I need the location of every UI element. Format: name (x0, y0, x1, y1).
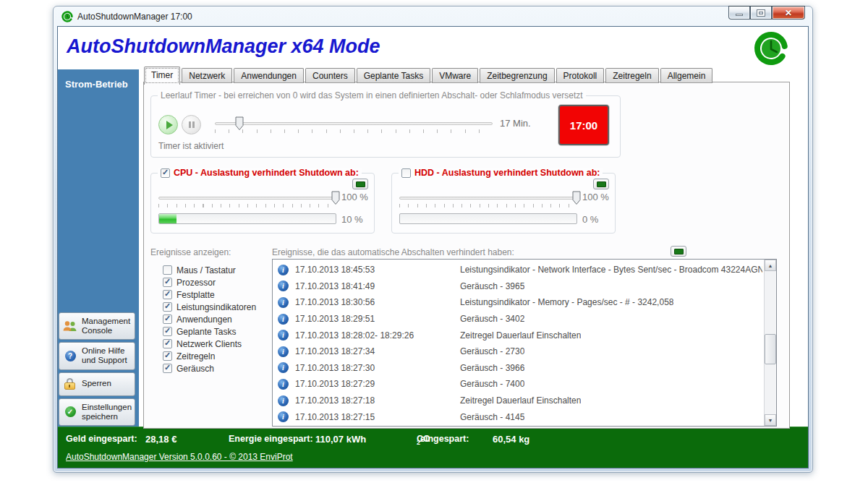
filter-row[interactable]: Anwendungen (163, 314, 256, 324)
event-list-scrollbar[interactable] (764, 260, 776, 426)
hdd-checkbox[interactable] (401, 168, 411, 178)
help-icon (65, 351, 76, 361)
version-link[interactable]: AutoShutdownManager Version 5.0.0.60 - ©… (66, 452, 293, 462)
event-row[interactable]: 17.10.2013 18:28:02- 18:29:26Zeitregel D… (274, 327, 762, 343)
tab-zeitbegrenzung[interactable]: Zeitbegrenzung (480, 68, 554, 83)
hdd-usage-label: 0 % (582, 214, 598, 225)
hdd-slider-thumb[interactable] (572, 191, 581, 205)
checkbox[interactable] (163, 314, 172, 324)
filter-row[interactable]: Zeitregeln (163, 351, 256, 361)
hdd-slider-track[interactable] (399, 197, 577, 200)
close-icon: ✕ (785, 9, 792, 17)
event-time: 17.10.2013 18:27:30 (295, 363, 460, 373)
event-filter-title: Ereignisse anzeigen: (150, 247, 231, 257)
tab-timer[interactable]: Timer (144, 67, 180, 85)
maximize-button[interactable] (750, 6, 772, 20)
info-icon (278, 330, 289, 341)
event-time: 17.10.2013 18:27:34 (295, 346, 460, 356)
tab-geplante-tasks[interactable]: Geplante Tasks (357, 68, 431, 83)
management-console-button[interactable]: Management Console (59, 312, 135, 340)
event-row[interactable]: 17.10.2013 18:27:34Geräusch - 2730 (274, 343, 762, 360)
checkbox[interactable] (163, 265, 172, 275)
event-row[interactable]: 17.10.2013 18:41:49Geräusch - 3965 (274, 278, 762, 295)
pause-button[interactable] (182, 115, 201, 134)
timer-slider-ticks (215, 129, 493, 133)
hdd-led-indicator (593, 179, 609, 189)
titlebar[interactable]: AutoShutdownManager 17:00 (54, 7, 812, 26)
filter-row[interactable]: Prozessor (163, 278, 256, 287)
event-row[interactable]: 17.10.2013 18:30:56Leistungsindikator - … (274, 294, 762, 311)
filter-row[interactable]: Geräusch (163, 364, 256, 373)
hdd-threshold-slider[interactable] (399, 197, 577, 200)
close-button[interactable]: ✕ (772, 6, 805, 20)
tab-netzwerk[interactable]: Netzwerk (182, 68, 232, 83)
filter-row[interactable]: Geplante Tasks (163, 327, 256, 336)
cpu-threshold-slider[interactable] (158, 197, 336, 200)
timer-slider-thumb[interactable] (235, 116, 244, 131)
hdd-usage-bar (399, 213, 577, 224)
hdd-group-header: HDD - Auslastung verhindert Shutdown ab: (399, 168, 603, 178)
tab-vmware[interactable]: VMware (432, 68, 478, 83)
checkbox[interactable] (163, 339, 172, 348)
filter-row[interactable]: Maus / Tastatur (163, 265, 256, 275)
lock-button[interactable]: Sperren (59, 372, 135, 396)
save-settings-button[interactable]: Einstellungen speichern (59, 398, 135, 426)
filter-row[interactable]: Netzwerk Clients (163, 339, 256, 348)
checkbox[interactable] (163, 351, 172, 361)
scrollbar-down-button[interactable] (765, 414, 776, 426)
money-saved-label: Geld eingespart: (66, 434, 137, 444)
countdown-display: 17:00 (558, 105, 609, 145)
tab-counters[interactable]: Counters (305, 68, 355, 83)
event-row[interactable]: 17.10.2013 18:27:18Zeitregel Dauerlauf E… (274, 393, 762, 409)
checkbox[interactable] (163, 278, 172, 287)
event-row[interactable]: 17.10.2013 18:27:15Geräusch - 4145 (274, 408, 762, 424)
cpu-slider-track[interactable] (158, 197, 336, 200)
hdd-threshold-label: 100 % (582, 192, 609, 202)
filter-label: Festplatte (176, 290, 215, 300)
tab-anwendungen[interactable]: Anwendungen (234, 68, 304, 83)
hdd-group: HDD - Auslastung verhindert Shutdown ab:… (391, 173, 616, 234)
scrollbar-thumb[interactable] (765, 334, 776, 364)
checkbox[interactable] (163, 290, 172, 299)
checkbox[interactable] (163, 364, 172, 373)
event-text: Geräusch - 2730 (460, 346, 524, 356)
filter-label: Geräusch (176, 364, 214, 374)
play-icon (166, 121, 173, 129)
tab-zeitregeln[interactable]: Zeitregeln (605, 68, 658, 83)
filter-label: Anwendungen (176, 314, 232, 325)
pause-icon (189, 121, 195, 128)
event-row[interactable]: 17.10.2013 18:45:53Leistungsindikator - … (274, 262, 762, 278)
timer-slider[interactable] (215, 122, 493, 125)
cpu-usage-fill (159, 214, 176, 223)
cpu-checkbox[interactable] (161, 168, 170, 178)
event-time: 17.10.2013 18:41:49 (295, 281, 460, 291)
cpu-slider-ticks (158, 204, 336, 207)
event-row[interactable]: 17.10.2013 18:29:51Geräusch - 3402 (274, 311, 762, 328)
lock-label: Sperren (82, 379, 111, 388)
filter-row[interactable]: Festplatte (163, 290, 256, 299)
event-text: Geräusch - 3965 (460, 281, 524, 291)
filter-row[interactable]: Leistungsindikatoren (163, 302, 256, 312)
info-icon (278, 265, 289, 275)
online-help-button[interactable]: Online Hilfe und Support (59, 342, 135, 369)
checkbox[interactable] (163, 302, 172, 312)
play-button[interactable] (158, 115, 178, 134)
tab-protokoll[interactable]: Protokoll (556, 68, 605, 83)
event-row[interactable]: 17.10.2013 18:27:29Geräusch - 7400 (274, 376, 762, 393)
clock-logo-icon (753, 30, 789, 67)
event-row[interactable]: 17.10.2013 18:27:30Geräusch - 3966 (274, 360, 762, 377)
info-icon (278, 314, 289, 325)
cpu-led-indicator (352, 179, 368, 189)
timer-slider-track[interactable] (215, 122, 493, 125)
event-filter-list: Maus / TastaturProzessorFestplatteLeistu… (163, 265, 256, 373)
tab-allgemein[interactable]: Allgemein (660, 68, 713, 83)
window-controls: ✕ (728, 6, 805, 20)
cpu-slider-thumb[interactable] (331, 191, 340, 205)
window-content: AutoShutdownManager x64 Mode Strom-Betri… (57, 26, 809, 468)
filter-label: Prozessor (176, 278, 216, 288)
cpu-usage-label: 10 % (341, 214, 363, 225)
minimize-button[interactable] (728, 6, 750, 20)
checkbox[interactable] (163, 327, 172, 336)
hdd-group-title: HDD - Auslastung verhindert Shutdown ab: (414, 168, 600, 178)
scrollbar-up-button[interactable] (765, 260, 776, 271)
